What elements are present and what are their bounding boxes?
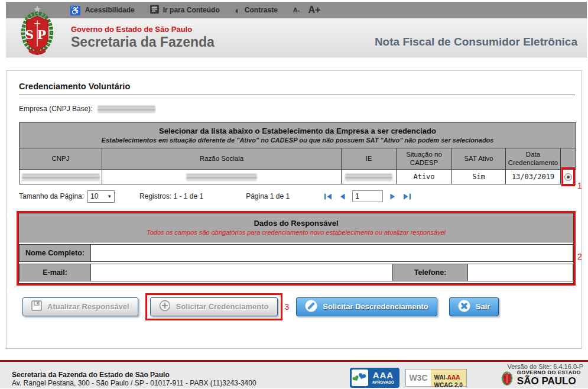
save-icon: [31, 300, 42, 313]
current-page-input[interactable]: [352, 190, 383, 202]
hearts-logo-icon: ❤ ❤: [352, 369, 368, 386]
accessibility-toolbar: ♿ Acessibilidade Ir para Conteúdo ◐ Cont…: [6, 2, 587, 18]
redacted-cnpj: [22, 174, 100, 181]
telefone-input[interactable]: [468, 264, 573, 281]
last-page-button[interactable]: [403, 193, 411, 200]
wai-label: WAI-: [434, 374, 447, 381]
blue-heart-icon: ❤: [356, 371, 368, 383]
aaa-badge-text: AAA: [368, 371, 398, 380]
annotation-box-3: Solicitar Credenciamento: [145, 293, 282, 320]
email-label: E-mail:: [19, 264, 91, 281]
accessibility-link[interactable]: ♿ Acessibilidade: [70, 6, 135, 15]
nome-completo-input[interactable]: [91, 245, 573, 261]
responsavel-subtitle: Todos os campos são obrigatórios para cr…: [21, 229, 571, 236]
pagination-bar: Tamanho da Página: 10 ▼ Registros: 1 - 1…: [19, 190, 581, 203]
w3c-wcag-badge[interactable]: W3C WAI-AAA WCAG 2.0: [405, 369, 466, 387]
governo-sp-logo: GOVERNO DO ESTADO SÃO PAULO: [501, 369, 581, 387]
atualizar-responsavel-button[interactable]: Atualizar Responsável: [22, 297, 138, 316]
government-label: Governo do Estado de São Paulo: [71, 25, 587, 34]
wai-aaa-label: AAA: [447, 374, 460, 381]
site-header: Governo do Estado de São Paulo Secretari…: [6, 18, 587, 57]
wcag-label: WCAG 2.0: [434, 382, 463, 388]
cell-select-radio: [561, 169, 576, 184]
redacted-company-cnpj: [98, 106, 155, 113]
table-subtitle: Estabelecimentos em situação diferente d…: [22, 137, 573, 144]
svg-text:SP: SP: [25, 28, 50, 42]
annotation-number-3: 3: [285, 302, 290, 312]
column-header-ie: IE: [342, 148, 397, 170]
cell-sat-ativo: Sim: [452, 169, 506, 184]
solicitar-descredenciamento-label: Solicitar Descredenciamento: [323, 302, 428, 311]
governo-estado-label: GOVERNO DO ESTADO: [517, 370, 581, 375]
font-decrease-button[interactable]: A-: [293, 7, 300, 14]
cell-cnpj: [20, 169, 102, 184]
establishment-table: Selecionar da lista abaixo o Estabelecim…: [19, 122, 576, 184]
sao-paulo-label: SÃO PAULO: [517, 376, 581, 386]
records-count: Registros: 1 - 1 de 1: [139, 192, 203, 200]
first-page-button[interactable]: [324, 193, 332, 200]
sair-button[interactable]: Sair: [449, 297, 499, 316]
nome-completo-label: Nome Completo:: [19, 244, 91, 262]
cell-ie: [342, 169, 397, 184]
page-info: Página 1 de 1: [246, 192, 290, 200]
dropdown-arrow-icon: ▼: [107, 194, 112, 199]
annotation-box-2: Dados do Responsável Todos os campos são…: [17, 211, 576, 286]
sair-label: Sair: [476, 302, 490, 311]
next-page-button[interactable]: [389, 193, 397, 200]
column-header-select: [561, 148, 576, 170]
contrast-icon: ◐: [235, 6, 241, 15]
action-buttons-row: Atualizar Responsável Solicitar Credenci…: [22, 293, 581, 320]
aaa-aprovado-badge[interactable]: ❤ ❤ AAA APROVADO: [350, 368, 399, 388]
wheelchair-icon: ♿: [70, 6, 81, 15]
content-panel: Credenciamento Voluntário Empresa (CNPJ …: [6, 70, 582, 349]
accessibility-label: Acessibilidade: [85, 6, 135, 14]
column-header-sat-ativo: SAT Ativo: [452, 148, 506, 170]
column-header-data-credenciamento: Data Credenciamento: [506, 148, 561, 170]
footer-address-block: Secretaria da Fazenda do Estado de São P…: [12, 371, 256, 387]
cell-data-credenciamento: 13/03/2019: [506, 169, 561, 184]
atualizar-responsavel-label: Atualizar Responsável: [47, 302, 129, 311]
font-increase-button[interactable]: A+: [308, 5, 320, 15]
solicitar-credenciamento-button[interactable]: Solicitar Credenciamento: [150, 297, 278, 316]
content-list-icon: [150, 5, 159, 15]
table-title: Selecionar da lista abaixo o Estabelecim…: [22, 127, 573, 135]
email-input[interactable]: [91, 264, 392, 281]
page-size-label: Tamanho da Página:: [19, 192, 84, 200]
column-header-situacao-cadesp: Situação no CADESP: [397, 148, 452, 170]
table-header-band: Selecionar da lista abaixo o Estabelecim…: [20, 123, 576, 148]
redacted-razao-social: [186, 174, 257, 181]
sp-coat-of-arms-logo: SP: [19, 3, 56, 60]
aprovado-badge-text: APROVADO: [368, 381, 398, 385]
cell-situacao-cadesp: Ativo: [397, 169, 452, 184]
close-circle-icon: [458, 300, 470, 314]
solicitar-descredenciamento-button[interactable]: Solicitar Descredenciamento: [296, 297, 437, 316]
solicitar-credenciamento-label: Solicitar Credenciamento: [176, 302, 269, 311]
column-header-cnpj: CNPJ: [20, 148, 102, 170]
annotation-number-1: 1: [577, 181, 582, 190]
responsavel-title: Dados do Responsável: [21, 219, 571, 228]
skip-to-content-link[interactable]: Ir para Conteúdo: [150, 5, 220, 15]
page-title: Credenciamento Voluntário: [19, 82, 575, 95]
establishment-radio-selected[interactable]: [564, 173, 572, 181]
page-size-select[interactable]: 10 ▼: [87, 190, 115, 203]
skip-to-content-label: Ir para Conteúdo: [163, 6, 220, 14]
column-header-razao-social: Razão Sociala: [102, 148, 342, 170]
table-row: Ativo Sim 13/03/2019: [20, 169, 576, 184]
contrast-label: Contraste: [245, 6, 278, 14]
plus-circle-icon: [159, 300, 171, 313]
footer-address: Av. Rangel Pestana, 300 - São Paulo / SP…: [12, 379, 256, 387]
footer-org-name: Secretaria da Fazenda do Estado de São P…: [12, 371, 256, 379]
telefone-label: Telefone:: [392, 264, 468, 281]
footer: Versão do Site: 6.4.16.0-P Secretaria da…: [0, 362, 588, 388]
cell-razao-social: [102, 169, 342, 184]
application-title: Nota Fiscal de Consumidor Eletrônica: [375, 35, 577, 48]
responsavel-section: Dados do Responsável Todos os campos são…: [18, 213, 574, 284]
contrast-toggle[interactable]: ◐ Contraste: [235, 6, 278, 15]
previous-page-button[interactable]: [339, 193, 346, 200]
pencil-circle-icon: [305, 300, 317, 314]
w3c-logo-text: W3C: [406, 369, 430, 386]
sp-coat-of-arms-small-icon: [501, 369, 513, 387]
masthead: SP ♿ Acessibilidade Ir para Conteúdo ◐ C…: [6, 2, 587, 57]
page-size-value: 10: [90, 192, 98, 200]
redacted-ie: [345, 174, 392, 181]
